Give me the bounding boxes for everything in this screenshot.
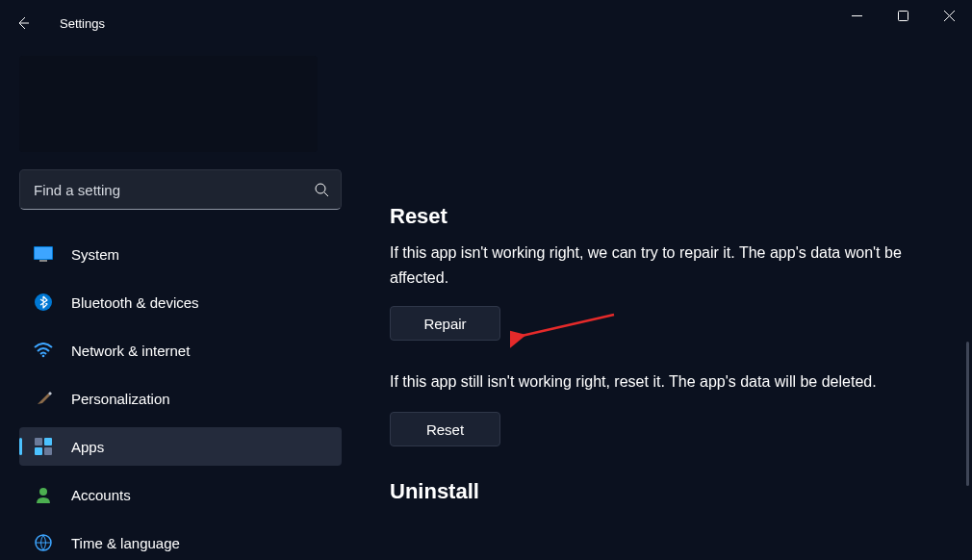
- svg-rect-12: [44, 438, 52, 445]
- nav-label: Apps: [71, 439, 104, 455]
- back-button[interactable]: [0, 0, 46, 46]
- repair-button-label: Repair: [423, 316, 466, 332]
- svg-rect-8: [39, 260, 47, 262]
- app-title: Settings: [46, 16, 105, 31]
- accounts-icon: [33, 484, 54, 505]
- nav-item-time-language[interactable]: Time & language: [19, 523, 342, 560]
- svg-rect-14: [44, 447, 52, 455]
- system-icon: [33, 243, 54, 265]
- nav-item-personalization[interactable]: Personalization: [19, 379, 342, 418]
- wifi-icon: [33, 340, 54, 361]
- svg-line-5: [324, 192, 328, 196]
- search-box[interactable]: [19, 169, 342, 210]
- repair-description: If this app isn't working right, we can …: [390, 241, 929, 291]
- nav-label: Network & internet: [71, 343, 190, 359]
- back-arrow-icon: [15, 15, 31, 31]
- svg-point-15: [39, 488, 47, 496]
- nav-item-system[interactable]: System: [19, 235, 342, 273]
- account-block: [19, 56, 318, 152]
- nav-label: System: [71, 246, 119, 263]
- svg-rect-7: [35, 247, 52, 259]
- nav-item-network[interactable]: Network & internet: [19, 331, 342, 369]
- reset-description: If this app still isn't working right, r…: [390, 369, 929, 395]
- search-input[interactable]: [20, 182, 302, 198]
- paintbrush-icon: [33, 388, 54, 409]
- repair-button[interactable]: Repair: [390, 306, 500, 341]
- svg-point-10: [42, 355, 45, 358]
- nav-item-accounts[interactable]: Accounts: [19, 475, 342, 514]
- reset-button-label: Reset: [426, 421, 464, 438]
- search-icon: [302, 170, 341, 209]
- svg-rect-13: [35, 447, 42, 455]
- nav: System Bluetooth & devices Network & int…: [19, 235, 342, 560]
- nav-item-bluetooth[interactable]: Bluetooth & devices: [19, 283, 342, 321]
- main-content: Reset If this app isn't working right, w…: [390, 0, 972, 560]
- apps-icon: [33, 436, 54, 457]
- uninstall-heading: Uninstall: [390, 479, 972, 504]
- nav-label: Time & language: [71, 535, 180, 551]
- svg-point-4: [316, 184, 325, 193]
- svg-rect-11: [35, 438, 42, 445]
- nav-label: Personalization: [71, 391, 170, 407]
- left-column: System Bluetooth & devices Network & int…: [0, 46, 356, 560]
- main-scrollbar[interactable]: [966, 342, 969, 486]
- globe-icon: [33, 532, 54, 553]
- reset-button[interactable]: Reset: [390, 412, 500, 446]
- nav-label: Accounts: [71, 487, 131, 503]
- nav-item-apps[interactable]: Apps: [19, 427, 342, 466]
- nav-label: Bluetooth & devices: [71, 294, 199, 311]
- reset-heading: Reset: [390, 204, 972, 229]
- bluetooth-icon: [33, 292, 54, 313]
